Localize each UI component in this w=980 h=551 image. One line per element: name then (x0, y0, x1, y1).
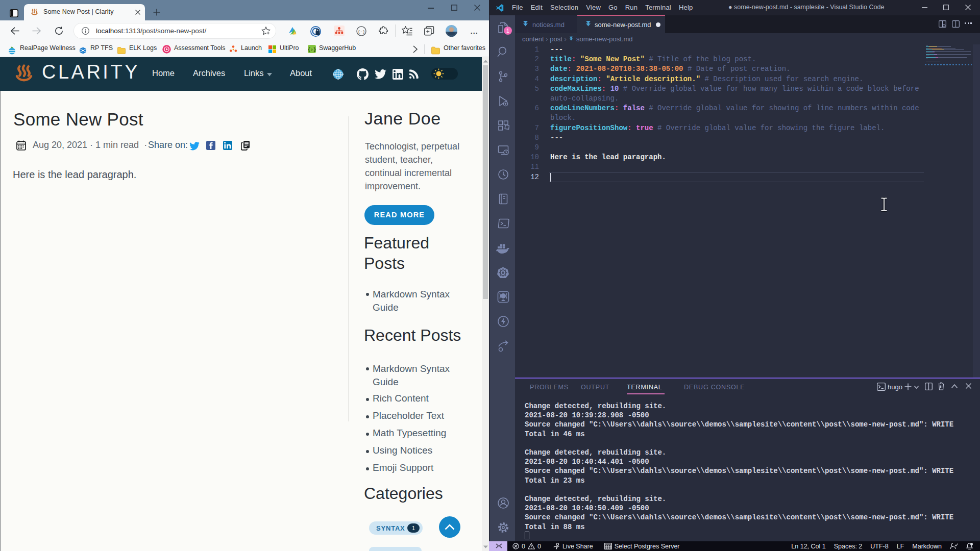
svg-text:{-}: {-} (358, 29, 365, 34)
svg-text:{›}: {›} (308, 47, 316, 53)
